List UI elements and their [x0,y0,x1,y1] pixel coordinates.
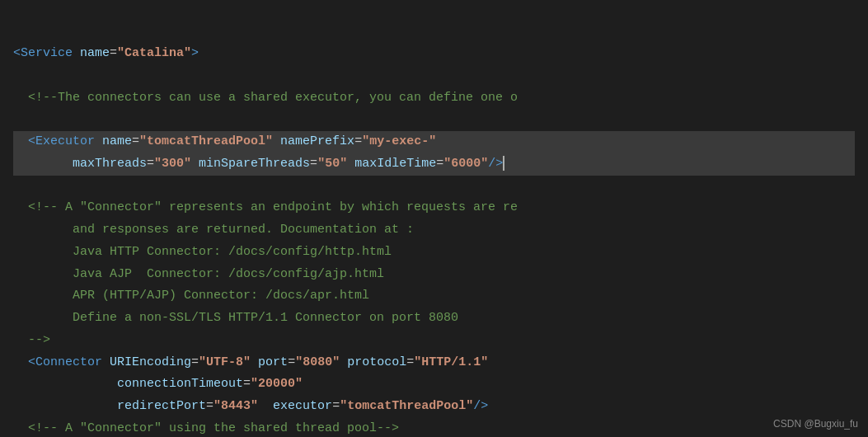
code-line: <Executor name="tomcatThreadPool" namePr… [13,131,855,153]
code-token: "8080" [295,355,340,369]
code-line [13,109,855,131]
code-token: = [436,157,443,171]
code-token [258,399,273,413]
code-token: protocol [347,355,406,369]
code-token: executor [273,399,332,413]
code-token: /> [488,157,503,171]
code-token [251,355,258,369]
code-token: <Service [13,46,80,60]
code-token [340,355,347,369]
code-token [273,134,280,148]
code-token: minSpareThreads [199,157,310,171]
code-token: "6000" [443,157,488,171]
code-token: name [102,134,132,148]
code-line: APR (HTTP/AJP) Connector: /docs/apr.html [13,285,855,308]
code-line [13,65,855,87]
code-token: "tomcatThreadPool" [139,134,273,148]
code-token [13,377,117,391]
code-token: APR (HTTP/AJP) Connector: /docs/apr.html [13,289,369,303]
code-content: <Service name="Catalina"> <!--The connec… [0,0,868,437]
code-token: "HTTP/1.1" [414,355,488,369]
code-token: = [191,355,199,369]
watermark-label: CSDN @Bugxiu_fu [773,416,858,432]
code-token: = [110,46,117,60]
code-line: connectionTimeout="20000" [13,374,855,396]
code-token: = [206,399,213,413]
code-token [191,157,199,171]
code-token: "Catalina" [117,46,191,60]
code-token: = [147,157,154,171]
code-line: Java HTTP Connector: /docs/config/http.h… [13,242,855,264]
code-token: Java HTTP Connector: /docs/config/http.h… [13,245,392,259]
code-token: = [132,134,139,148]
code-line: Java AJP Connector: /docs/config/ajp.htm… [13,264,855,286]
code-token: --> [13,333,50,347]
code-line: <!-- A "Connector" using the shared thre… [13,418,855,437]
code-line: Define a non-SSL/TLS HTTP/1.1 Connector … [13,308,855,330]
code-token: Define a non-SSL/TLS HTTP/1.1 Connector … [13,311,458,325]
code-token: = [406,355,414,369]
code-token: and responses are returned. Documentatio… [13,223,414,237]
code-line: --> [13,330,855,352]
code-token: connectionTimeout [117,377,243,391]
code-token: "20000" [251,377,303,391]
code-line [13,176,855,198]
code-token: "my-exec-" [362,134,436,148]
code-token: = [288,355,295,369]
code-token: <!-- A "Connector" using the shared thre… [13,421,399,435]
code-token: URIEncoding [110,355,191,369]
code-token: /> [473,399,488,413]
code-token: "300" [154,157,191,171]
code-token: namePrefix [280,134,354,148]
code-token: "8443" [213,399,258,413]
code-token: Java AJP Connector: /docs/config/ajp.htm… [13,267,384,281]
code-line: redirectPort="8443" executor="tomcatThre… [13,396,855,418]
code-token: redirectPort [117,399,206,413]
code-token [13,157,73,171]
code-token: <Connector [13,355,110,369]
code-line: <Service name="Catalina"> [13,43,855,65]
code-token [347,157,354,171]
code-line: maxThreads="300" minSpareThreads="50" ma… [13,153,855,176]
code-token: = [332,399,340,413]
code-token: <!-- A "Connector" represents an endpoin… [13,200,518,214]
code-token: = [243,377,251,391]
code-line: <!--The connectors can use a shared exec… [13,87,855,110]
code-token: name [80,46,110,60]
code-token: maxThreads [73,157,147,171]
code-token [13,399,117,413]
text-cursor [503,156,504,171]
code-token: = [310,157,317,171]
code-token: <Executor [13,134,102,148]
code-token: <!--The connectors can use a shared exec… [13,91,518,105]
code-line: <!-- A "Connector" represents an endpoin… [13,197,855,219]
code-token: "UTF-8" [199,355,251,369]
code-token: > [191,46,199,60]
code-token: "tomcatThreadPool" [340,399,473,413]
code-token: maxIdleTime [354,157,436,171]
code-line: <Connector URIEncoding="UTF-8" port="808… [13,352,855,374]
code-token: = [354,134,362,148]
code-editor: <Service name="Catalina"> <!--The connec… [0,0,868,437]
code-line: and responses are returned. Documentatio… [13,219,855,242]
code-token: "50" [317,157,347,171]
code-token: port [258,355,288,369]
